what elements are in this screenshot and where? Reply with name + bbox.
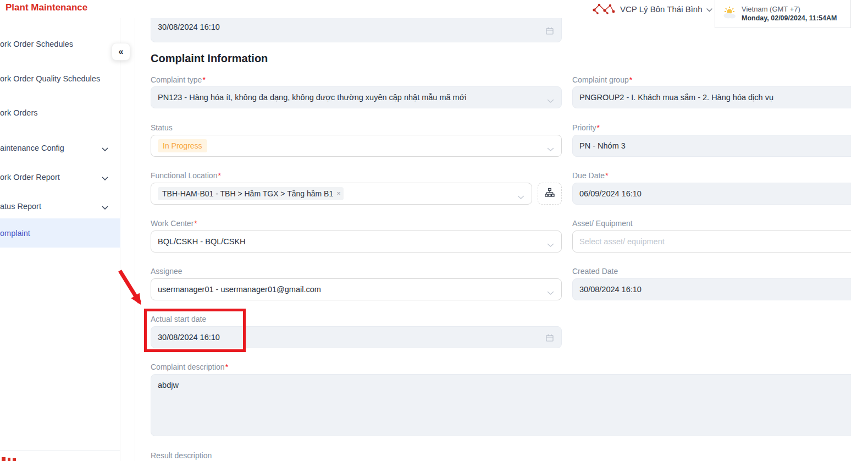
chevron-down-icon xyxy=(517,193,524,201)
required-mark: * xyxy=(194,219,197,228)
sidebar-item-maintenance-config[interactable]: aintenance Config xyxy=(0,140,120,156)
chevron-down-icon xyxy=(102,174,108,183)
sidebar-item-label: ork Order Report xyxy=(0,173,60,182)
user-menu[interactable]: VCP Lý Bôn Thái Bình xyxy=(591,0,712,18)
sidebar-item-work-orders[interactable]: ork Orders xyxy=(0,105,120,120)
functional-location-tag: TBH-HAM-B01 - TBH > Hầm TGX > Tầng hầm B… xyxy=(158,187,344,200)
functional-location-label: Functional Location* xyxy=(151,171,221,180)
required-mark: * xyxy=(605,171,608,180)
sidebar-collapse-button[interactable]: « xyxy=(112,43,130,61)
user-name: VCP Lý Bôn Thái Bình xyxy=(620,4,703,14)
asset-equipment-label: Asset/ Equipment xyxy=(572,219,633,228)
actual-start-date-value: 30/08/2024 16:10 xyxy=(158,333,220,342)
complaint-description-label: Complaint description* xyxy=(151,363,228,371)
main-content: 30/08/2024 16:10 Complaint Information C… xyxy=(135,18,851,461)
app-title: Plant Maintenance xyxy=(5,2,87,13)
status-select[interactable]: In Progress xyxy=(151,135,562,157)
collapse-icon: « xyxy=(119,47,124,57)
functional-location-select[interactable]: TBH-HAM-B01 - TBH > Hầm TGX > Tầng hầm B… xyxy=(151,183,532,205)
priority-label: Priority* xyxy=(572,123,600,132)
assignee-label: Assignee xyxy=(151,267,183,276)
work-center-value: BQL/CSKH - BQL/CSKH xyxy=(158,237,246,246)
complaint-description-value: abdjw xyxy=(158,381,179,389)
work-center-label: Work Center* xyxy=(151,219,197,228)
sidebar-item-status-report[interactable]: atus Report xyxy=(0,199,120,214)
chevron-down-icon xyxy=(706,4,712,14)
complaint-type-value: PN123 - Hàng hóa ít, không đa dạng, khôn… xyxy=(158,93,466,102)
status-badge: In Progress xyxy=(158,139,207,152)
created-date-field[interactable]: 30/08/2024 16:10 xyxy=(572,278,851,300)
sidebar-item-label: ork Order Quality Schedules xyxy=(0,74,100,83)
asset-equipment-input[interactable] xyxy=(572,231,851,253)
calendar-icon xyxy=(545,333,554,344)
top-datetime-field[interactable]: 30/08/2024 16:10 xyxy=(151,18,562,42)
datetime-label: Monday, 02/09/2024, 11:54AM xyxy=(742,14,837,23)
actual-start-date-label: Actual start date xyxy=(151,315,206,323)
chevron-down-icon xyxy=(102,203,108,212)
required-mark: * xyxy=(202,75,205,84)
sidebar-footer-divider xyxy=(0,450,120,451)
sidebar-item-label: atus Report xyxy=(0,202,41,211)
network-graph-icon xyxy=(591,1,616,18)
complaint-group-select[interactable]: PNGROUP2 - I. Khách mua sắm - 2. Hàng hó… xyxy=(572,86,851,108)
assignee-value: usermanager01 - usermanager01@gmail.com xyxy=(158,285,321,294)
sidebar-item-work-order-quality-schedules[interactable]: ork Order Quality Schedules xyxy=(0,71,120,86)
priority-value: PN - Nhóm 3 xyxy=(579,141,626,150)
chevron-down-icon xyxy=(547,240,554,249)
complaint-description-textarea[interactable]: abdjw xyxy=(151,374,851,436)
chevron-down-icon xyxy=(547,145,554,153)
chevron-down-icon xyxy=(547,96,554,105)
due-date-value: 06/09/2024 16:10 xyxy=(579,189,642,198)
required-mark: * xyxy=(597,123,600,132)
sidebar-item-work-order-schedules[interactable]: ork Order Schedules xyxy=(0,36,120,52)
sidebar-item-work-order-report[interactable]: ork Order Report xyxy=(0,169,120,185)
plant-maintenance-page: ork Order Schedules ork Order Quality Sc… xyxy=(0,0,868,461)
close-icon[interactable]: × xyxy=(336,188,341,199)
required-mark: * xyxy=(225,363,228,371)
actual-start-date-field[interactable]: 30/08/2024 16:10 xyxy=(151,326,562,348)
sitemap-icon xyxy=(545,188,555,200)
due-date-label: Due Date* xyxy=(572,171,609,180)
work-center-select[interactable]: BQL/CSKH - BQL/CSKH xyxy=(151,231,562,253)
sidebar-item-complaint[interactable]: omplaint xyxy=(0,218,120,248)
created-date-value: 30/08/2024 16:10 xyxy=(579,285,642,294)
required-mark: * xyxy=(218,171,220,180)
required-mark: * xyxy=(629,75,632,84)
sidebar-item-label: omplaint xyxy=(0,229,30,238)
sidebar: ork Order Schedules ork Order Quality Sc… xyxy=(0,18,120,461)
chevron-down-icon xyxy=(547,288,554,297)
complaint-group-value: PNGROUP2 - I. Khách mua sắm - 2. Hàng hó… xyxy=(579,93,773,102)
created-date-label: Created Date xyxy=(572,267,618,276)
priority-select[interactable]: PN - Nhóm 3 xyxy=(572,135,851,157)
sun-cloud-icon xyxy=(722,6,737,21)
timezone-label: Vietnam (GMT +7) xyxy=(742,5,837,14)
calendar-icon xyxy=(545,26,554,37)
sidebar-item-label: ork Order Schedules xyxy=(0,40,73,48)
top-datetime-value: 30/08/2024 16:10 xyxy=(158,23,220,31)
section-title: Complaint Information xyxy=(151,52,268,65)
complaint-type-select[interactable]: PN123 - Hàng hóa ít, không đa dạng, khôn… xyxy=(151,86,562,108)
sidebar-item-label: aintenance Config xyxy=(0,144,64,152)
clock-widget[interactable]: Vietnam (GMT +7) Monday, 02/09/2024, 11:… xyxy=(715,0,851,28)
complaint-group-label: Complaint group* xyxy=(572,75,632,84)
functional-location-tree-button[interactable] xyxy=(538,183,562,205)
assignee-select[interactable]: usermanager01 - usermanager01@gmail.com xyxy=(151,278,562,300)
status-label: Status xyxy=(151,123,173,132)
due-date-field[interactable]: 06/09/2024 16:10 xyxy=(572,183,851,205)
chevron-down-icon xyxy=(102,145,108,153)
result-description-label: Result description xyxy=(151,451,212,460)
complaint-type-label: Complaint type* xyxy=(151,75,206,84)
sidebar-item-label: ork Orders xyxy=(0,108,38,117)
